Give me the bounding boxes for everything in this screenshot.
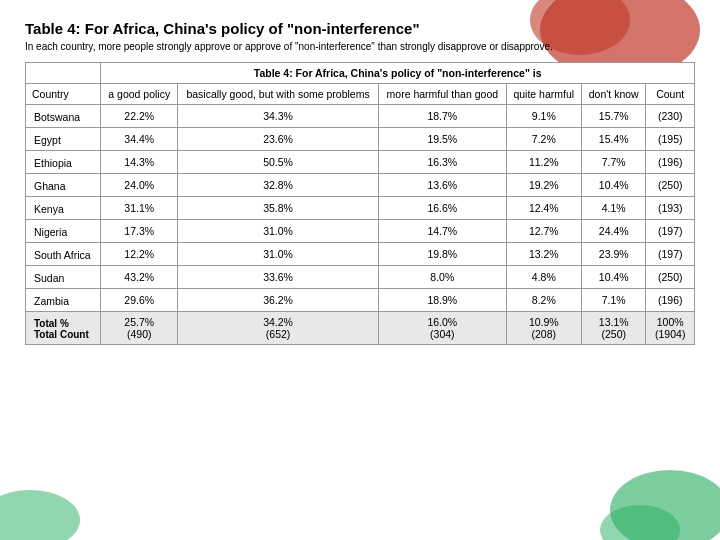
quite-harmful-cell: 19.2% [506, 174, 581, 197]
svg-point-3 [600, 505, 680, 540]
dont-know-cell: 7.7% [582, 151, 646, 174]
col-header-dont-know: don't know [582, 84, 646, 105]
dont-know-cell: 7.1% [582, 289, 646, 312]
dont-know-cell: 10.4% [582, 174, 646, 197]
country-cell: Botswana [26, 105, 101, 128]
count-cell: (250) [646, 266, 695, 289]
page-title: Table 4: For Africa, China's policy of "… [25, 20, 695, 37]
harmful-cell: 19.8% [379, 243, 506, 266]
table-row: Ghana 24.0% 32.8% 13.6% 19.2% 10.4% (250… [26, 174, 695, 197]
good-cell: 12.2% [101, 243, 178, 266]
svg-point-2 [610, 470, 720, 540]
dont-know-cell: 24.4% [582, 220, 646, 243]
total-good-cell: 25.7% (490) [101, 312, 178, 345]
good-cell: 29.6% [101, 289, 178, 312]
col-header-quite-harmful: quite harmful [506, 84, 581, 105]
good-cell: 17.3% [101, 220, 178, 243]
quite-harmful-cell: 13.2% [506, 243, 581, 266]
total-count-cell: 100% (1904) [646, 312, 695, 345]
harmful-cell: 13.6% [379, 174, 506, 197]
quite-harmful-cell: 4.8% [506, 266, 581, 289]
good-cell: 14.3% [101, 151, 178, 174]
harmful-cell: 16.6% [379, 197, 506, 220]
total-dont-know-cell: 13.1% (250) [582, 312, 646, 345]
svg-point-4 [0, 490, 80, 540]
good-cell: 31.1% [101, 197, 178, 220]
country-cell: Zambia [26, 289, 101, 312]
country-cell: South Africa [26, 243, 101, 266]
total-country-cell: Total % Total Count [26, 312, 101, 345]
dont-know-cell: 10.4% [582, 266, 646, 289]
quite-harmful-cell: 12.7% [506, 220, 581, 243]
col-header-harmful: more harmful than good [379, 84, 506, 105]
good-but-cell: 50.5% [178, 151, 379, 174]
quite-harmful-cell: 12.4% [506, 197, 581, 220]
good-but-cell: 34.3% [178, 105, 379, 128]
country-cell: Nigeria [26, 220, 101, 243]
quite-harmful-cell: 8.2% [506, 289, 581, 312]
country-cell: Egypt [26, 128, 101, 151]
col-header-good-but: basically good, but with some problems [178, 84, 379, 105]
good-but-cell: 33.6% [178, 266, 379, 289]
table-row: Botswana 22.2% 34.3% 18.7% 9.1% 15.7% (2… [26, 105, 695, 128]
good-but-cell: 31.0% [178, 243, 379, 266]
count-cell: (197) [646, 220, 695, 243]
count-cell: (196) [646, 289, 695, 312]
total-good-but-cell: 34.2% (652) [178, 312, 379, 345]
table-row: Sudan 43.2% 33.6% 8.0% 4.8% 10.4% (250) [26, 266, 695, 289]
country-cell: Ethiopia [26, 151, 101, 174]
dont-know-cell: 4.1% [582, 197, 646, 220]
good-cell: 43.2% [101, 266, 178, 289]
good-but-cell: 31.0% [178, 220, 379, 243]
count-cell: (196) [646, 151, 695, 174]
quite-harmful-cell: 7.2% [506, 128, 581, 151]
col-header-country: Country [26, 84, 101, 105]
total-quite-harmful-cell: 10.9% (208) [506, 312, 581, 345]
quite-harmful-cell: 11.2% [506, 151, 581, 174]
count-cell: (250) [646, 174, 695, 197]
harmful-cell: 16.3% [379, 151, 506, 174]
count-cell: (197) [646, 243, 695, 266]
table-row: Egypt 34.4% 23.6% 19.5% 7.2% 15.4% (195) [26, 128, 695, 151]
table-row: South Africa 12.2% 31.0% 19.8% 13.2% 23.… [26, 243, 695, 266]
dont-know-cell: 23.9% [582, 243, 646, 266]
table-row: Zambia 29.6% 36.2% 18.9% 8.2% 7.1% (196) [26, 289, 695, 312]
harmful-cell: 8.0% [379, 266, 506, 289]
table-row: Ethiopia 14.3% 50.5% 16.3% 11.2% 7.7% (1… [26, 151, 695, 174]
dont-know-cell: 15.4% [582, 128, 646, 151]
quite-harmful-cell: 9.1% [506, 105, 581, 128]
good-but-cell: 23.6% [178, 128, 379, 151]
harmful-cell: 19.5% [379, 128, 506, 151]
total-row: Total % Total Count 25.7% (490) 34.2% (6… [26, 312, 695, 345]
good-cell: 24.0% [101, 174, 178, 197]
harmful-cell: 18.9% [379, 289, 506, 312]
country-cell: Kenya [26, 197, 101, 220]
total-harmful-cell: 16.0% (304) [379, 312, 506, 345]
page-subtitle: In each country, more people strongly ap… [25, 41, 695, 52]
good-but-cell: 35.8% [178, 197, 379, 220]
count-cell: (195) [646, 128, 695, 151]
data-table: Table 4: For Africa, China's policy of "… [25, 62, 695, 345]
table-row: Kenya 31.1% 35.8% 16.6% 12.4% 4.1% (193) [26, 197, 695, 220]
col-header-count: Count [646, 84, 695, 105]
country-cell: Sudan [26, 266, 101, 289]
good-cell: 34.4% [101, 128, 178, 151]
col-header-good: a good policy [101, 84, 178, 105]
harmful-cell: 14.7% [379, 220, 506, 243]
table-span-header: Table 4: For Africa, China's policy of "… [101, 63, 695, 84]
harmful-cell: 18.7% [379, 105, 506, 128]
count-cell: (230) [646, 105, 695, 128]
good-cell: 22.2% [101, 105, 178, 128]
country-cell: Ghana [26, 174, 101, 197]
dont-know-cell: 15.7% [582, 105, 646, 128]
table-row: Nigeria 17.3% 31.0% 14.7% 12.7% 24.4% (1… [26, 220, 695, 243]
good-but-cell: 32.8% [178, 174, 379, 197]
count-cell: (193) [646, 197, 695, 220]
good-but-cell: 36.2% [178, 289, 379, 312]
